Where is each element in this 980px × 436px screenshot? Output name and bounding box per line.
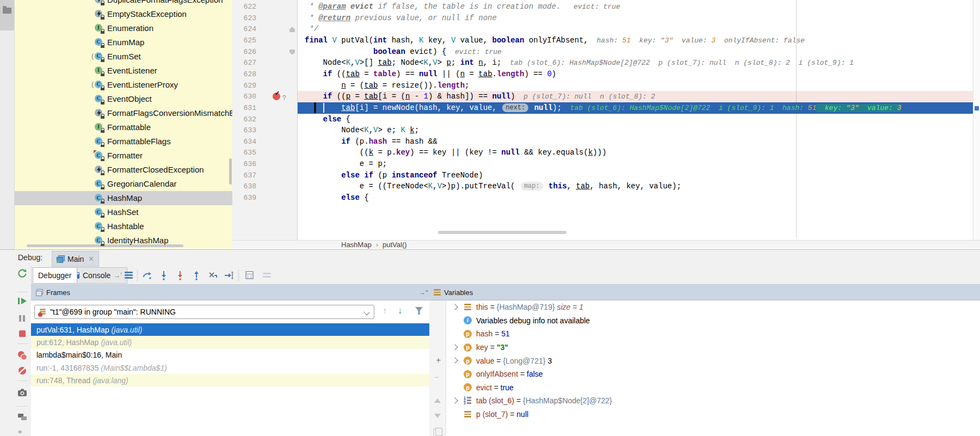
gutter-line-number[interactable]: 624 xyxy=(232,23,256,35)
editor-line[interactable]: final V putVal(int hash, K key, V value,… xyxy=(305,35,980,46)
frame-row[interactable]: putVal:631, HashMap(java.util) xyxy=(31,323,429,336)
step-out-icon[interactable] xyxy=(192,271,201,280)
move-down-icon[interactable] xyxy=(434,414,441,418)
variable-row[interactable]: pkey = "3" xyxy=(446,341,980,354)
gutter-line-number[interactable]: 630 xyxy=(232,91,256,102)
step-over-icon[interactable] xyxy=(143,271,152,280)
debug-session-tab[interactable]: Main ✕ xyxy=(52,251,99,267)
expand-chevron-icon[interactable] xyxy=(452,344,458,350)
editor-line[interactable]: * @return previous value, or null if non… xyxy=(305,13,980,24)
tab-debugger[interactable]: Debugger xyxy=(33,267,77,284)
variable-row[interactable]: 123tab (slot_6) = {HashMap$Node[2]@722} xyxy=(446,394,980,408)
frame-row[interactable]: run:-1, 431687835(Main$$Lambda$1) xyxy=(31,361,429,374)
restore-layout-icon[interactable] xyxy=(17,412,28,422)
stop-button[interactable] xyxy=(17,328,28,339)
thread-selector[interactable]: "t1"@699 in group "main": RUNNING xyxy=(34,305,374,319)
tree-item[interactable]: CIdentityHashMap xyxy=(15,234,232,248)
frame-row[interactable]: lambda$main$0:16, Main xyxy=(31,349,429,361)
error-stripe[interactable] xyxy=(973,0,980,240)
expand-chevron-icon[interactable] xyxy=(452,358,458,364)
fold-marker[interactable] xyxy=(289,27,295,32)
tree-item[interactable]: IEnumeration xyxy=(15,21,232,35)
gutter-line-number[interactable]: 636 xyxy=(232,158,256,170)
tree-item[interactable]: CFormatter xyxy=(15,149,232,163)
thread-dump-camera-icon[interactable] xyxy=(17,387,28,398)
editor-line[interactable]: n = (tab = resize()).length; xyxy=(305,80,980,91)
tree-item[interactable]: (CEventListenerProxy xyxy=(15,77,232,91)
variable-row[interactable]: iVariables debug info not available xyxy=(446,314,980,328)
editor-gutter[interactable]: 622623624625626627628629630?631632633634… xyxy=(232,0,298,240)
editor-line[interactable]: else { xyxy=(305,114,980,125)
caret-position-marker[interactable] xyxy=(975,106,979,110)
variable-row[interactable]: pevict = true xyxy=(446,381,980,395)
tree-item[interactable]: CHashtable xyxy=(15,219,232,234)
frame-up-icon[interactable]: ↑ xyxy=(383,306,387,316)
editor-line[interactable]: * @param evict if false, the table is in… xyxy=(305,1,980,13)
tree-item[interactable]: CGregorianCalendar xyxy=(15,177,232,191)
variable-row[interactable]: ponlyIfAbsent = false xyxy=(446,367,980,381)
layout-settings-icon[interactable] xyxy=(124,271,134,280)
frame-row[interactable]: put:612, HashMap(java.util) xyxy=(31,336,429,348)
run-to-cursor-icon[interactable] xyxy=(224,271,234,280)
move-up-icon[interactable] xyxy=(434,398,441,403)
drop-frame-icon[interactable] xyxy=(208,271,218,280)
editor-line[interactable]: e = ((TreeNode<K,V>)p).putTreeVal( map: … xyxy=(305,181,980,192)
tree-item[interactable]: DuplicateFormatFlagsException xyxy=(15,0,232,7)
frame-row[interactable]: run:748, Thread(java.lang) xyxy=(31,374,429,386)
gutter-line-number[interactable]: 638 xyxy=(232,181,256,192)
breakpoint-icon[interactable] xyxy=(273,93,280,100)
tree-item[interactable]: CEnumMap xyxy=(15,35,232,49)
breadcrumb-method[interactable]: putVal() xyxy=(383,241,407,249)
gutter-line-number[interactable]: 629 xyxy=(232,80,256,91)
tree-item[interactable]: FormatFlagsConversionMismatchException xyxy=(15,106,232,120)
tree-item[interactable]: FormatterClosedException xyxy=(15,163,232,177)
editor-line[interactable]: if ((p = tab[i = (n - 1) & hash]) == nul… xyxy=(305,91,980,102)
resume-button[interactable] xyxy=(17,296,28,306)
expand-chevron-icon[interactable] xyxy=(452,304,458,310)
expand-chevron-icon[interactable] xyxy=(452,398,458,404)
gutter-line-number[interactable]: 627 xyxy=(232,57,256,69)
evaluate-expression-icon[interactable] xyxy=(245,271,255,280)
mute-breakpoints-icon[interactable] xyxy=(17,365,28,376)
gutter-line-number[interactable]: 622 xyxy=(232,1,256,13)
tree-item[interactable]: CFormattableFlags xyxy=(15,134,232,149)
gutter-line-number[interactable]: 635 xyxy=(232,147,256,158)
tree-item[interactable]: CHashSet xyxy=(15,205,232,219)
editor-line[interactable]: Node<K,V> e; K k; xyxy=(305,125,980,136)
gutter-line-number[interactable]: 632 xyxy=(232,114,256,125)
editor-horizontal-scrollbar[interactable] xyxy=(438,231,566,234)
gutter-line-number[interactable]: 634 xyxy=(232,136,256,148)
tree-item[interactable]: CHashMap xyxy=(15,191,232,205)
tree-item[interactable]: IEventListener xyxy=(15,63,232,77)
editor-line[interactable]: boolean evict) { evict: true xyxy=(305,46,980,58)
editor-line[interactable]: Node<K,V>[] tab; Node<K,V> p; int n, i; … xyxy=(305,57,980,69)
frame-down-icon[interactable]: ↓ xyxy=(398,306,402,316)
step-into-icon[interactable] xyxy=(159,271,169,280)
hide-frames-filter-icon[interactable] xyxy=(415,307,423,315)
duplicate-watch-icon[interactable] xyxy=(434,429,441,436)
gutter-line-number[interactable]: 633 xyxy=(232,125,256,136)
tree-item[interactable]: (CEnumSet xyxy=(15,49,232,63)
frames-pin-icon[interactable]: →ʺ xyxy=(418,288,428,297)
editor-line[interactable]: if ((tab = table) == null || (n = tab.le… xyxy=(305,69,980,80)
add-watch-icon[interactable]: ＋ xyxy=(434,355,442,365)
pause-button[interactable] xyxy=(17,313,28,324)
rerun-button[interactable] xyxy=(17,268,28,279)
gutter-line-number[interactable]: 625 xyxy=(232,35,256,46)
close-tab-icon[interactable]: ✕ xyxy=(88,255,94,263)
more-icon[interactable]: » xyxy=(18,427,22,435)
gutter-line-number[interactable]: 637 xyxy=(232,170,256,181)
gutter-line-number[interactable]: 631 xyxy=(232,102,256,114)
force-step-into-icon[interactable] xyxy=(175,271,185,280)
variable-row[interactable]: p (slot_7) = null xyxy=(446,408,980,421)
editor-line[interactable]: tab[i] = newNode(hash, key, value, next:… xyxy=(305,102,980,114)
gutter-line-number[interactable]: 628 xyxy=(232,69,256,80)
editor-line[interactable]: e = p; xyxy=(305,158,980,170)
code-area[interactable]: * @param evict if false, the table is in… xyxy=(298,0,980,240)
project-tool-icon[interactable] xyxy=(3,8,11,14)
gutter-line-number[interactable]: 639 xyxy=(232,192,256,204)
gutter-line-number[interactable]: 623 xyxy=(232,13,256,24)
variable-row[interactable]: this = {HashMap@719} size = 1 xyxy=(446,300,980,314)
variable-row[interactable]: pvalue = {Long@721} 3 xyxy=(446,354,980,367)
variable-row[interactable]: phash = 51 xyxy=(446,327,980,341)
